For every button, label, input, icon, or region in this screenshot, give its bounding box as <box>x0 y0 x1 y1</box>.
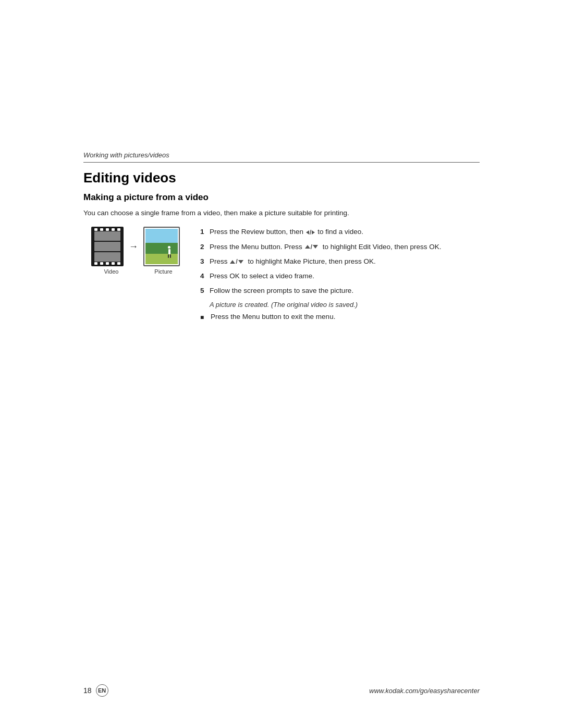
film-hole <box>117 228 120 231</box>
step-4-text: Press OK to select a video frame. <box>210 271 480 281</box>
subsection-title: Making a picture from a video <box>83 192 480 203</box>
film-hole <box>100 228 103 231</box>
bullet-symbol: ■ <box>200 313 211 322</box>
page-number: 18 <box>83 686 92 695</box>
film-holes-top <box>91 228 124 231</box>
picture-label: Picture <box>154 268 172 275</box>
footer-url: www.kodak.com/go/easysharecenter <box>369 687 480 695</box>
nav-slash: / <box>310 227 312 238</box>
step-3-number: 3 <box>200 256 210 267</box>
film-hole <box>112 228 115 231</box>
step-5-number: 5 <box>200 286 210 296</box>
en-badge: EN <box>96 684 108 697</box>
film-strip <box>91 227 124 266</box>
step-3-text: Press / to highlight Make Picture, then … <box>210 256 480 267</box>
golfer-head <box>168 246 170 249</box>
film-hole <box>112 262 115 265</box>
bullet-item-1: ■ Press the Menu button to exit the menu… <box>200 312 480 322</box>
bullet-text-1: Press the Menu button to exit the menu. <box>211 312 480 322</box>
image-labels: Video Picture <box>83 268 188 275</box>
picture-frame <box>143 227 180 266</box>
step-5-text: Follow the screen prompts to save the pi… <box>210 286 480 296</box>
film-hole <box>106 228 109 231</box>
step-1-number: 1 <box>200 227 210 237</box>
step-1-text: Press the Review button, then / to find … <box>210 227 480 237</box>
step-2: 2 Press the Menu button. Press / to high… <box>200 242 480 252</box>
nav-arrow-left <box>306 230 309 235</box>
italic-note: A picture is created. (The original vide… <box>210 301 480 309</box>
film-hole <box>117 262 120 265</box>
page-container: Working with pictures/videos Editing vid… <box>0 0 563 728</box>
nav-arrow-up-3 <box>230 260 235 264</box>
footer-area: 18 EN www.kodak.com/go/easysharecenter <box>83 684 480 697</box>
illustration-area: → <box>83 227 188 275</box>
nav-arrow-down <box>313 245 318 249</box>
step-5: 5 Follow the screen prompts to save the … <box>200 286 480 296</box>
section-divider <box>83 162 480 163</box>
film-frame <box>94 242 120 251</box>
golfer-leg <box>170 254 171 258</box>
content-area: Working with pictures/videos Editing vid… <box>83 151 480 655</box>
golfer-legs <box>167 254 172 258</box>
film-frame <box>94 252 120 262</box>
film-hole <box>106 262 109 265</box>
nav-slash-3: / <box>236 256 238 267</box>
nav-arrow-up <box>305 245 310 249</box>
arrow-right-icon: → <box>129 242 138 251</box>
film-holes-bottom <box>91 262 124 265</box>
film-frame <box>94 231 120 241</box>
film-picture-container: → <box>91 227 180 266</box>
nav-up-down-icon-2: / <box>305 242 319 252</box>
video-label: Video <box>104 268 118 275</box>
step-4: 4 Press OK to select a video frame. <box>200 271 480 281</box>
nav-slash-2: / <box>311 242 313 252</box>
golfer-figure <box>167 246 172 256</box>
step-3: 3 Press / to highlight Make Picture, the… <box>200 256 480 267</box>
section-label: Working with pictures/videos <box>83 151 480 159</box>
picture-image <box>145 229 178 264</box>
film-frames <box>91 231 124 262</box>
step-1: 1 Press the Review button, then / to fin… <box>200 227 480 237</box>
steps-area: 1 Press the Review button, then / to fin… <box>200 227 480 324</box>
step-2-text: Press the Menu button. Press / to highli… <box>210 242 480 252</box>
nav-arrow-right <box>312 230 315 235</box>
film-hole <box>94 228 97 231</box>
film-hole <box>100 262 103 265</box>
nav-arrow-down-3 <box>238 260 243 264</box>
footer-left: 18 EN <box>83 684 108 697</box>
golfer-body <box>168 249 170 254</box>
golfer-leg <box>168 254 169 258</box>
main-content: → <box>83 227 480 324</box>
nav-up-down-icon-3: / <box>230 256 243 267</box>
page-title: Editing videos <box>83 170 480 186</box>
step-2-number: 2 <box>200 242 210 252</box>
film-hole <box>94 262 97 265</box>
intro-text: You can choose a single frame from a vid… <box>83 208 480 218</box>
step-4-number: 4 <box>200 271 210 281</box>
nav-left-right-icon: / <box>306 227 315 238</box>
